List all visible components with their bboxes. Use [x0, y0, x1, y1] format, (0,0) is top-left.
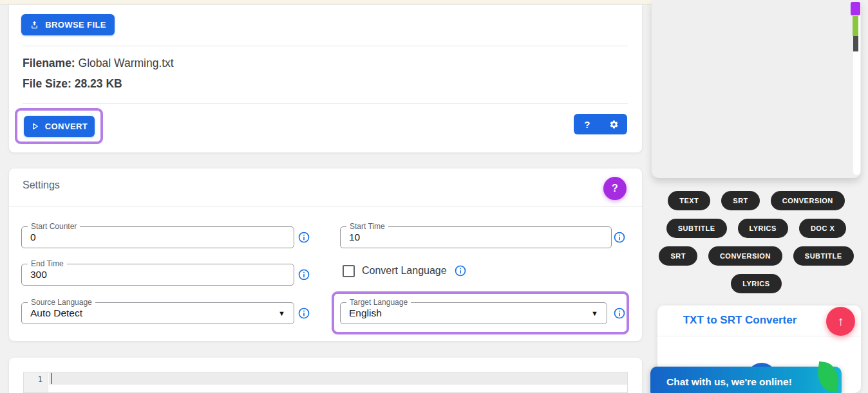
settings-title: Settings — [23, 179, 60, 191]
tag-row: SRTCONVERSIONSUBTITLE — [659, 246, 853, 266]
info-icon[interactable] — [454, 264, 467, 277]
start-time-label: Start Time — [346, 222, 388, 231]
filesize-value: 28.23 KB — [75, 77, 122, 90]
convert-label: CONVERT — [45, 122, 88, 131]
filesize-line: File Size: 28.23 KB — [23, 77, 122, 91]
editor-card: 1 — [9, 358, 642, 393]
tag-pill[interactable]: SUBTITLE — [666, 219, 727, 238]
scrollbar-segment-green — [853, 16, 858, 36]
source-language-label: Source Language — [28, 298, 95, 307]
tag-row: TEXTSRTCONVERSION — [668, 191, 845, 210]
convert-language-label: Convert Language — [362, 265, 447, 277]
tag-row: LYRICS — [731, 274, 781, 293]
code-editor[interactable]: 1 — [23, 372, 628, 393]
top-strip — [0, 0, 652, 5]
tag-pill[interactable]: SRT — [721, 191, 760, 210]
tag-pill[interactable]: LYRICS — [731, 274, 781, 293]
divider — [657, 336, 861, 336]
settings-card: Settings ? Start Counter Start Time End … — [9, 169, 642, 341]
tag-pill[interactable]: DOC X — [799, 219, 846, 238]
tag-pill[interactable]: TEXT — [668, 191, 710, 210]
help-button[interactable]: ? — [574, 114, 601, 134]
filesize-label: File Size: — [23, 77, 71, 90]
tag-pill[interactable]: CONVERSION — [771, 191, 845, 210]
tag-pill[interactable]: LYRICS — [738, 219, 788, 238]
toolbar-icon-group: ? — [574, 114, 627, 134]
scrollbar-segment-dark — [853, 36, 858, 51]
divider — [9, 206, 642, 206]
filename-label: Filename: — [23, 57, 75, 69]
start-time-field: Start Time — [340, 226, 612, 248]
start-counter-field: Start Counter — [21, 226, 294, 248]
end-time-field: End Time — [21, 264, 294, 286]
play-icon — [31, 122, 39, 131]
source-language-value: Auto Detect — [30, 307, 82, 319]
scroll-to-top-button[interactable]: ↑ — [826, 307, 855, 336]
question-icon: ? — [584, 119, 590, 130]
info-icon[interactable] — [297, 268, 310, 281]
browse-file-button[interactable]: BROWSE FILE — [21, 14, 115, 35]
filename-line: Filename: Global Warming.txt — [23, 57, 174, 70]
chevron-down-icon: ▼ — [278, 309, 285, 317]
target-language-field[interactable]: Target Language English ▼ — [340, 302, 607, 324]
question-icon: ? — [612, 183, 618, 194]
editor-active-line — [49, 372, 627, 385]
arrow-up-icon: ↑ — [838, 314, 844, 329]
info-icon[interactable] — [613, 307, 626, 320]
scrollbar-thumb-purple[interactable] — [851, 2, 860, 15]
filename-value: Global Warming.txt — [79, 57, 174, 69]
gear-icon — [609, 120, 619, 129]
end-time-input[interactable] — [30, 264, 285, 285]
divider — [23, 103, 628, 104]
browse-file-label: BROWSE FILE — [45, 20, 106, 30]
end-time-label: End Time — [28, 259, 67, 268]
upload-card: BROWSE FILE Filename: Global Warming.txt… — [9, 5, 642, 152]
line-number: 1 — [24, 372, 48, 385]
converter-title: TXT to SRT Converter — [657, 314, 822, 327]
tag-pill[interactable]: SRT — [659, 246, 697, 266]
settings-button[interactable] — [601, 114, 628, 134]
editor-gutter: 1 — [24, 372, 48, 392]
convert-language-checkbox[interactable] — [343, 265, 355, 277]
page: BROWSE FILE Filename: Global Warming.txt… — [0, 0, 868, 393]
chevron-down-icon: ▼ — [591, 309, 598, 317]
tag-pill[interactable]: CONVERSION — [708, 246, 782, 266]
chat-message: Chat with us, we're online! — [666, 376, 792, 388]
source-language-field[interactable]: Source Language Auto Detect ▼ — [21, 302, 294, 324]
info-icon[interactable] — [297, 307, 310, 320]
upload-icon — [30, 20, 39, 30]
target-language-label: Target Language — [346, 298, 411, 307]
right-panel — [652, 0, 861, 178]
tag-row: SUBTITLELYRICSDOC X — [666, 219, 846, 238]
info-icon[interactable] — [613, 231, 626, 244]
convert-language-row: Convert Language — [343, 264, 467, 277]
divider — [23, 46, 628, 46]
tag-pill[interactable]: SUBTITLE — [793, 246, 854, 266]
editor-cursor — [51, 373, 52, 384]
settings-help-fab[interactable]: ? — [603, 177, 627, 200]
chat-widget[interactable]: Chat with us, we're online! — [650, 367, 842, 393]
target-language-value: English — [349, 307, 382, 319]
info-icon[interactable] — [297, 231, 310, 244]
start-counter-label: Start Counter — [28, 222, 80, 231]
tag-cloud: TEXTSRTCONVERSIONSUBTITLELYRICSDOC XSRTC… — [652, 191, 861, 293]
convert-button[interactable]: CONVERT — [24, 116, 95, 137]
